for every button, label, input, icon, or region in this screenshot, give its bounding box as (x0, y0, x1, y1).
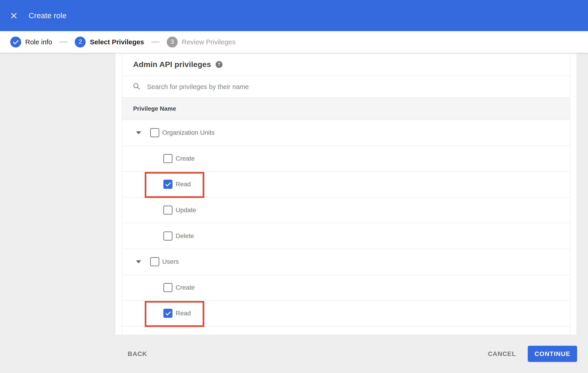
dialog-title: Create role (29, 11, 67, 20)
step-3-number: 3 (167, 37, 178, 47)
wizard-stepper: Role info 2 Select Privileges 3 Review P… (0, 31, 588, 53)
privilege-checkbox[interactable] (150, 128, 159, 137)
step-2-number: 2 (75, 37, 86, 47)
highlight-annotation-box (145, 172, 204, 198)
section-heading-row: Admin API privileges ? (122, 53, 570, 76)
privileges-card: Admin API privileges ? Privilege Name (116, 53, 577, 335)
privilege-label: Delete (176, 232, 194, 240)
privilege-label: Create (176, 155, 195, 162)
privilege-checkbox[interactable] (163, 283, 172, 292)
step-connector (151, 41, 159, 42)
step-review-privileges[interactable]: 3 Review Privileges (167, 37, 236, 47)
column-header-privilege-name: Privilege Name (133, 105, 176, 112)
table-row: Update (122, 197, 570, 223)
search-icon (132, 82, 141, 91)
privilege-checkbox[interactable] (163, 231, 172, 240)
privilege-label: Users (162, 258, 179, 265)
table-header-row: Privilege Name (122, 98, 570, 120)
close-icon[interactable] (10, 12, 18, 20)
search-input[interactable] (147, 83, 488, 91)
privilege-checkbox[interactable] (150, 257, 159, 266)
step-1-label: Role info (25, 38, 52, 46)
dialog-body: Admin API privileges ? Privilege Name (0, 53, 588, 335)
privilege-label: Update (176, 207, 196, 214)
dialog-footer: BACK CANCEL CONTINUE (0, 335, 588, 373)
table-row: Create (122, 275, 570, 301)
step-3-label: Review Privileges (182, 38, 236, 46)
step-connector (59, 41, 67, 42)
continue-button[interactable]: CONTINUE (528, 346, 577, 362)
privilege-label: Organization Units (162, 129, 214, 136)
privilege-label: Create (176, 284, 195, 291)
privilege-search-row (122, 76, 570, 98)
privilege-checkbox[interactable] (163, 206, 172, 215)
highlight-annotation-box (145, 301, 204, 327)
privilege-checkbox[interactable] (163, 154, 172, 163)
step-role-info[interactable]: Role info (10, 37, 52, 47)
table-row: Users (122, 249, 570, 275)
privilege-rows: Organization Units Create Read Update De… (122, 120, 570, 326)
section-title: Admin API privileges (133, 60, 211, 69)
collapse-arrow-icon[interactable] (136, 132, 141, 135)
back-button[interactable]: BACK (128, 350, 147, 358)
table-row: Create (122, 146, 570, 172)
table-row: Delete (122, 223, 570, 249)
step-2-label: Select Privileges (90, 38, 144, 46)
table-row: Read (122, 172, 570, 197)
create-role-dialog: Create role Role info 2 Select Privilege… (0, 0, 588, 373)
step-1-check-icon (10, 37, 21, 47)
table-row: Read (122, 300, 570, 326)
collapse-arrow-icon[interactable] (136, 260, 141, 263)
privileges-frame: Admin API privileges ? Privilege Name (122, 53, 570, 335)
step-select-privileges[interactable]: 2 Select Privileges (75, 37, 144, 47)
help-icon[interactable]: ? (216, 61, 222, 68)
table-row: Organization Units (122, 120, 570, 146)
dialog-header: Create role (0, 0, 588, 31)
cancel-button[interactable]: CANCEL (488, 350, 516, 358)
